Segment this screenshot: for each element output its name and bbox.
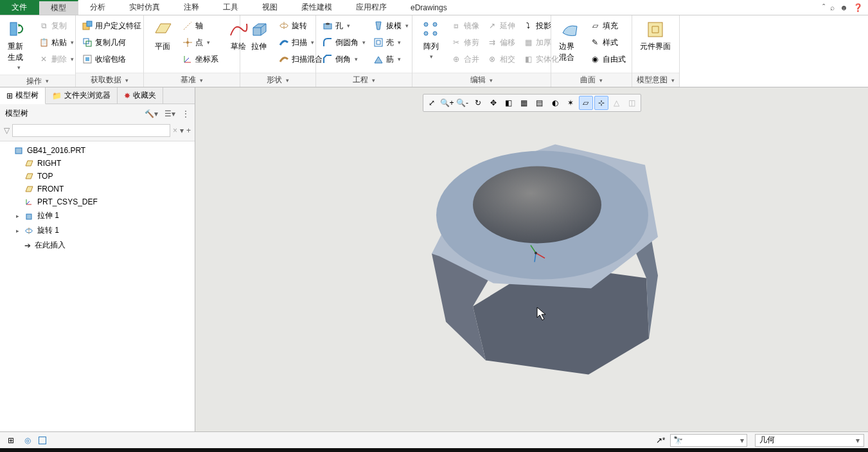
tree-node[interactable]: FRONT <box>0 183 195 195</box>
merge-button[interactable]: ⊕合并 <box>448 51 482 67</box>
find-box[interactable]: 🔭▾ <box>670 434 747 447</box>
chamfer-button[interactable]: 倒角 <box>320 51 368 67</box>
status-bar: ⊞ ◎ ↗* 🔭▾ 几何▾ <box>0 431 868 448</box>
rib-button[interactable]: 筋 <box>371 51 411 67</box>
style-button[interactable]: ✎样式 <box>587 35 628 50</box>
tree-node[interactable]: TOP <box>0 170 195 183</box>
compui-icon <box>645 19 666 40</box>
tab-model[interactable]: 模型 <box>39 0 78 15</box>
svg-rect-28 <box>26 214 31 219</box>
svg-rect-23 <box>648 23 662 37</box>
fill-button[interactable]: ▱填充 <box>587 18 628 33</box>
tree-node[interactable]: GB41_2016.PRT <box>0 144 195 157</box>
filter-input[interactable] <box>12 124 170 137</box>
svg-point-19 <box>424 23 428 26</box>
model-render <box>195 87 868 431</box>
copygeo-button[interactable]: 复制几何 <box>80 35 144 50</box>
tree-node[interactable]: ▸旋转 1 <box>0 223 195 238</box>
hole-button[interactable]: 孔 <box>320 18 368 33</box>
plane-icon <box>152 19 173 40</box>
status-reorient-icon[interactable]: ↗* <box>655 435 666 446</box>
revolve-icon <box>279 21 289 31</box>
udf-button[interactable]: 用户定义特征 <box>80 18 144 33</box>
filter-dd-icon[interactable]: ▾ <box>180 126 184 135</box>
folder-icon: 📁 <box>52 91 62 100</box>
copy-button[interactable]: ⧉复制 <box>36 18 76 33</box>
tree-tools-icon[interactable]: 🔨▾ <box>145 109 158 118</box>
plane-button[interactable]: 平面 <box>148 18 177 53</box>
status-box-icon[interactable] <box>39 437 46 444</box>
side-tab-fav[interactable]: ✸收藏夹 <box>118 87 163 104</box>
group-getdata[interactable]: 获取数据 <box>76 73 143 87</box>
tab-apps[interactable]: 应用程序 <box>344 0 399 15</box>
copygeo-icon <box>82 37 93 48</box>
tab-flex[interactable]: 柔性建模 <box>290 0 344 15</box>
settings-icon[interactable]: ☻ <box>840 3 848 12</box>
draft-button[interactable]: 拔模 <box>371 18 411 33</box>
filter-add-icon[interactable]: + <box>186 126 191 135</box>
status-globe-icon[interactable]: ◎ <box>22 435 33 446</box>
regen-button[interactable]: 重新生成▾ <box>4 18 33 72</box>
viewport[interactable]: ⤢ 🔍+ 🔍- ↻ ✥ ◧ ▦ ▤ ◐ ✶ ▱ ⊹ △ ◫ <box>195 87 868 431</box>
collapse-ribbon-icon[interactable]: ˆ <box>822 3 825 12</box>
sidebar: ⊞模型树 📁文件夹浏览器 ✸收藏夹 模型树 🔨▾ ☰▾ ⋮ ▽ × ▾ + GB… <box>0 87 195 431</box>
offset-button[interactable]: ⇉偏移 <box>484 35 518 50</box>
point-button[interactable]: 点 <box>180 35 221 50</box>
extrude-button[interactable]: 拉伸 <box>244 18 274 53</box>
paste-button[interactable]: 📋粘贴 <box>36 35 76 50</box>
axis-button[interactable]: 轴 <box>180 18 221 33</box>
group-operations[interactable]: 操作 <box>0 75 75 87</box>
freestyle-button[interactable]: ◉自由式 <box>587 51 628 67</box>
tab-analysis[interactable]: 分析 <box>78 0 118 15</box>
side-tab-modeltree[interactable]: ⊞模型树 <box>0 87 46 104</box>
axis-icon <box>182 21 193 31</box>
tree-node[interactable]: PRT_CSYS_DEF <box>0 195 195 208</box>
copy-icon: ⧉ <box>39 21 49 31</box>
tab-annotate[interactable]: 注释 <box>172 0 211 15</box>
trim-button[interactable]: ✂修剪 <box>448 35 482 50</box>
boundary-button[interactable]: 边界混合 <box>555 18 585 64</box>
filter-icon[interactable]: ▽ <box>4 126 10 135</box>
shrink-button[interactable]: 收缩包络 <box>80 51 144 67</box>
group-intent[interactable]: 模型意图 <box>632 73 679 87</box>
selection-filter[interactable]: 几何▾ <box>755 434 864 447</box>
filter-clear-icon[interactable]: × <box>173 126 177 135</box>
delete-button[interactable]: ✕删除 <box>36 51 76 67</box>
group-shape[interactable]: 形状 <box>240 73 315 87</box>
intersect-button[interactable]: ⊗相交 <box>484 51 518 67</box>
shell-button[interactable]: 壳 <box>371 35 411 50</box>
paste-icon: 📋 <box>39 37 49 48</box>
extrude-icon <box>249 19 269 40</box>
tab-edrawings[interactable]: eDrawings <box>399 0 459 15</box>
search-icon[interactable]: ⌕ <box>830 3 835 12</box>
group-surface[interactable]: 曲面 <box>551 73 632 87</box>
udf-icon <box>82 21 93 31</box>
shell-icon <box>373 37 384 48</box>
tree-node[interactable]: ▸拉伸 1 <box>0 208 195 223</box>
tree-settings-icon[interactable]: ⋮ <box>182 109 190 118</box>
extend-button[interactable]: ↗延伸 <box>484 18 518 33</box>
compui-button[interactable]: 元件界面 <box>636 18 675 53</box>
ribbon: 重新生成▾ ⧉复制 📋粘贴 ✕删除 操作 用户定义特征 复制几何 收缩包络 获取… <box>0 15 868 87</box>
rib-icon <box>373 54 384 64</box>
tab-simulate[interactable]: 实时仿真 <box>118 0 172 15</box>
svg-point-21 <box>433 23 437 26</box>
csys-button[interactable]: 坐标系 <box>180 51 221 67</box>
tab-file[interactable]: 文件 <box>0 0 39 15</box>
round-button[interactable]: 倒圆角 <box>320 35 368 50</box>
tab-view[interactable]: 视图 <box>251 0 290 15</box>
status-grid-icon[interactable]: ⊞ <box>5 435 17 446</box>
pattern-button[interactable]: 阵列▾ <box>416 18 446 61</box>
tree-show-icon[interactable]: ☰▾ <box>164 109 175 118</box>
group-edit[interactable]: 编辑 <box>412 73 551 87</box>
help-icon[interactable]: ❓ <box>853 3 863 12</box>
tree-node[interactable]: RIGHT <box>0 157 195 170</box>
group-datum[interactable]: 基准 <box>144 73 240 87</box>
tree-node[interactable]: ➔在此插入 <box>0 238 195 253</box>
svg-rect-24 <box>15 148 22 154</box>
mirror-button[interactable]: ⧈镜像 <box>448 18 482 33</box>
tab-tools[interactable]: 工具 <box>211 0 251 15</box>
model-tree: GB41_2016.PRTRIGHTTOPFRONTPRT_CSYS_DEF▸拉… <box>0 141 195 431</box>
side-tab-folder[interactable]: 📁文件夹浏览器 <box>46 87 118 104</box>
group-engineering[interactable]: 工程 <box>316 73 412 87</box>
